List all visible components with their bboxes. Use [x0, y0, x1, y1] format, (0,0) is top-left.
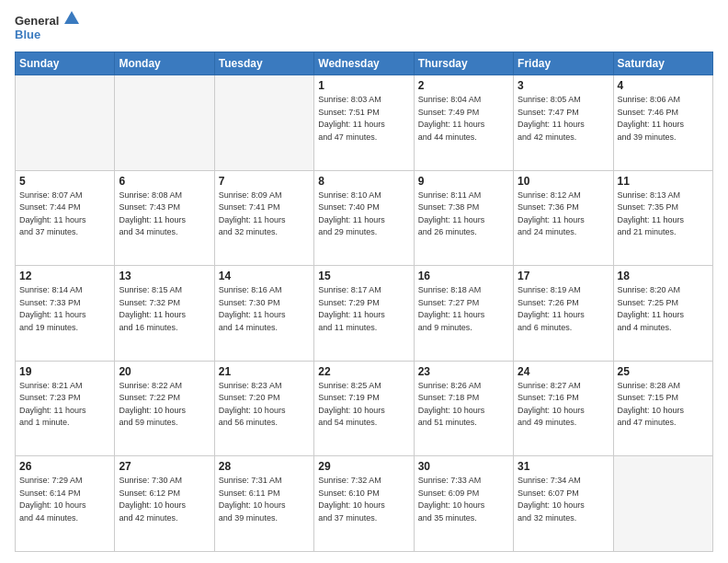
day-info: Sunrise: 7:33 AMSunset: 6:09 PMDaylight:… — [418, 475, 509, 524]
calendar-cell: 10Sunrise: 8:12 AMSunset: 7:36 PMDayligh… — [514, 170, 613, 266]
day-number: 24 — [518, 365, 609, 378]
day-info: Sunrise: 8:11 AMSunset: 7:38 PMDaylight:… — [418, 190, 509, 239]
calendar-cell — [16, 75, 115, 171]
calendar-week-3: 12Sunrise: 8:14 AMSunset: 7:33 PMDayligh… — [16, 266, 713, 362]
weekday-header-thursday: Thursday — [414, 52, 513, 75]
calendar-cell: 28Sunrise: 7:31 AMSunset: 6:11 PMDayligh… — [214, 456, 313, 552]
calendar-cell: 26Sunrise: 7:29 AMSunset: 6:14 PMDayligh… — [16, 456, 115, 552]
calendar-cell: 23Sunrise: 8:26 AMSunset: 7:18 PMDayligh… — [414, 361, 513, 456]
day-number: 8 — [318, 175, 409, 188]
day-number: 14 — [219, 270, 310, 282]
calendar-cell: 4Sunrise: 8:06 AMSunset: 7:46 PMDaylight… — [613, 75, 712, 171]
day-info: Sunrise: 7:30 AMSunset: 6:12 PMDaylight:… — [119, 475, 210, 524]
day-number: 19 — [19, 365, 110, 378]
day-number: 5 — [19, 175, 110, 188]
calendar-week-4: 19Sunrise: 8:21 AMSunset: 7:23 PMDayligh… — [16, 361, 713, 456]
day-number: 4 — [618, 79, 709, 92]
calendar-cell: 19Sunrise: 8:21 AMSunset: 7:23 PMDayligh… — [16, 361, 115, 456]
day-info: Sunrise: 8:03 AMSunset: 7:51 PMDaylight:… — [318, 94, 409, 144]
svg-marker-1 — [64, 11, 79, 24]
day-info: Sunrise: 8:14 AMSunset: 7:33 PMDaylight:… — [19, 284, 110, 334]
day-number: 17 — [518, 270, 609, 282]
calendar-cell: 3Sunrise: 8:05 AMSunset: 7:47 PMDaylight… — [514, 75, 613, 171]
calendar-cell — [115, 75, 214, 171]
day-number: 28 — [219, 460, 310, 473]
calendar-cell: 12Sunrise: 8:14 AMSunset: 7:33 PMDayligh… — [16, 266, 115, 362]
calendar: SundayMondayTuesdayWednesdayThursdayFrid… — [15, 52, 713, 552]
day-info: Sunrise: 7:31 AMSunset: 6:11 PMDaylight:… — [219, 475, 310, 524]
day-info: Sunrise: 8:12 AMSunset: 7:36 PMDaylight:… — [518, 190, 609, 239]
day-number: 25 — [618, 365, 709, 378]
calendar-cell: 6Sunrise: 8:08 AMSunset: 7:43 PMDaylight… — [115, 170, 214, 266]
calendar-week-2: 5Sunrise: 8:07 AMSunset: 7:44 PMDaylight… — [16, 170, 713, 266]
svg-text:General: General — [15, 14, 59, 28]
day-number: 15 — [318, 270, 409, 282]
calendar-cell: 21Sunrise: 8:23 AMSunset: 7:20 PMDayligh… — [214, 361, 313, 456]
day-info: Sunrise: 8:07 AMSunset: 7:44 PMDaylight:… — [19, 190, 110, 239]
weekday-header-sunday: Sunday — [16, 52, 115, 75]
logo-svg: General Blue — [15, 11, 79, 44]
day-info: Sunrise: 7:32 AMSunset: 6:10 PMDaylight:… — [318, 475, 409, 524]
calendar-cell: 2Sunrise: 8:04 AMSunset: 7:49 PMDaylight… — [414, 75, 513, 171]
day-info: Sunrise: 8:20 AMSunset: 7:25 PMDaylight:… — [618, 284, 709, 334]
day-info: Sunrise: 8:15 AMSunset: 7:32 PMDaylight:… — [119, 284, 210, 334]
day-number: 29 — [318, 460, 409, 473]
calendar-cell: 22Sunrise: 8:25 AMSunset: 7:19 PMDayligh… — [314, 361, 414, 456]
day-number: 6 — [119, 175, 210, 188]
calendar-cell: 13Sunrise: 8:15 AMSunset: 7:32 PMDayligh… — [115, 266, 214, 362]
day-number: 22 — [318, 365, 409, 378]
day-number: 1 — [318, 79, 409, 92]
day-info: Sunrise: 8:18 AMSunset: 7:27 PMDaylight:… — [418, 284, 509, 334]
day-number: 12 — [19, 270, 110, 282]
svg-text:Blue: Blue — [15, 28, 40, 41]
day-info: Sunrise: 8:21 AMSunset: 7:23 PMDaylight:… — [19, 380, 110, 430]
day-info: Sunrise: 8:05 AMSunset: 7:47 PMDaylight:… — [518, 94, 609, 144]
day-info: Sunrise: 8:28 AMSunset: 7:15 PMDaylight:… — [618, 380, 709, 430]
day-info: Sunrise: 8:08 AMSunset: 7:43 PMDaylight:… — [119, 190, 210, 239]
calendar-week-5: 26Sunrise: 7:29 AMSunset: 6:14 PMDayligh… — [16, 456, 713, 552]
calendar-cell: 29Sunrise: 7:32 AMSunset: 6:10 PMDayligh… — [314, 456, 414, 552]
day-info: Sunrise: 7:29 AMSunset: 6:14 PMDaylight:… — [19, 475, 110, 524]
weekday-header-tuesday: Tuesday — [214, 52, 313, 75]
calendar-cell: 30Sunrise: 7:33 AMSunset: 6:09 PMDayligh… — [414, 456, 513, 552]
calendar-cell: 9Sunrise: 8:11 AMSunset: 7:38 PMDaylight… — [414, 170, 513, 266]
day-number: 23 — [418, 365, 509, 378]
day-info: Sunrise: 8:09 AMSunset: 7:41 PMDaylight:… — [219, 190, 310, 239]
day-info: Sunrise: 8:10 AMSunset: 7:40 PMDaylight:… — [318, 190, 409, 239]
day-info: Sunrise: 8:26 AMSunset: 7:18 PMDaylight:… — [418, 380, 509, 430]
day-number: 16 — [418, 270, 509, 282]
day-number: 30 — [418, 460, 509, 473]
day-number: 13 — [119, 270, 210, 282]
day-number: 20 — [119, 365, 210, 378]
calendar-cell: 16Sunrise: 8:18 AMSunset: 7:27 PMDayligh… — [414, 266, 513, 362]
day-info: Sunrise: 7:34 AMSunset: 6:07 PMDaylight:… — [518, 475, 609, 524]
day-number: 10 — [518, 175, 609, 188]
page-header: General Blue — [15, 11, 713, 44]
day-number: 9 — [418, 175, 509, 188]
calendar-cell: 24Sunrise: 8:27 AMSunset: 7:16 PMDayligh… — [514, 361, 613, 456]
calendar-cell: 27Sunrise: 7:30 AMSunset: 6:12 PMDayligh… — [115, 456, 214, 552]
day-info: Sunrise: 8:25 AMSunset: 7:19 PMDaylight:… — [318, 380, 409, 430]
day-info: Sunrise: 8:23 AMSunset: 7:20 PMDaylight:… — [219, 380, 310, 430]
weekday-header-saturday: Saturday — [613, 52, 712, 75]
day-info: Sunrise: 8:22 AMSunset: 7:22 PMDaylight:… — [119, 380, 210, 430]
calendar-cell: 15Sunrise: 8:17 AMSunset: 7:29 PMDayligh… — [314, 266, 414, 362]
day-info: Sunrise: 8:19 AMSunset: 7:26 PMDaylight:… — [518, 284, 609, 334]
day-info: Sunrise: 8:06 AMSunset: 7:46 PMDaylight:… — [618, 94, 709, 144]
day-info: Sunrise: 8:13 AMSunset: 7:35 PMDaylight:… — [618, 190, 709, 239]
day-number: 31 — [518, 460, 609, 473]
calendar-cell: 20Sunrise: 8:22 AMSunset: 7:22 PMDayligh… — [115, 361, 214, 456]
calendar-cell: 5Sunrise: 8:07 AMSunset: 7:44 PMDaylight… — [16, 170, 115, 266]
calendar-cell — [214, 75, 313, 171]
day-number: 2 — [418, 79, 509, 92]
calendar-cell: 17Sunrise: 8:19 AMSunset: 7:26 PMDayligh… — [514, 266, 613, 362]
calendar-cell: 7Sunrise: 8:09 AMSunset: 7:41 PMDaylight… — [214, 170, 313, 266]
weekday-header-friday: Friday — [514, 52, 613, 75]
day-number: 3 — [518, 79, 609, 92]
day-info: Sunrise: 8:04 AMSunset: 7:49 PMDaylight:… — [418, 94, 509, 144]
day-number: 27 — [119, 460, 210, 473]
day-info: Sunrise: 8:17 AMSunset: 7:29 PMDaylight:… — [318, 284, 409, 334]
weekday-header-monday: Monday — [115, 52, 214, 75]
calendar-cell: 31Sunrise: 7:34 AMSunset: 6:07 PMDayligh… — [514, 456, 613, 552]
day-info: Sunrise: 8:16 AMSunset: 7:30 PMDaylight:… — [219, 284, 310, 334]
